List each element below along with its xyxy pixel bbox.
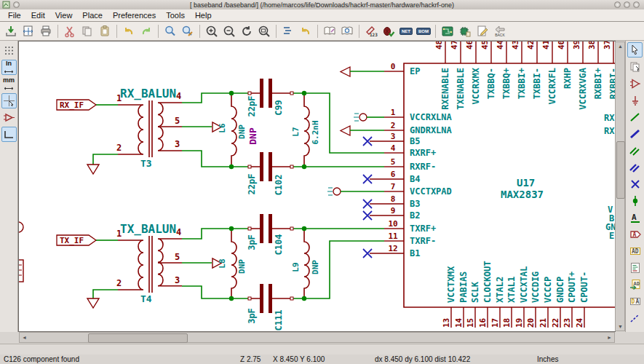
bus-to-bus-entry-button[interactable] [627,159,643,175]
zoom-fit-button[interactable] [256,23,272,39]
redo-button[interactable] [138,23,154,39]
horizontal-scrollbar-thumb[interactable] [88,333,188,343]
no-connect-flag-button[interactable] [627,176,643,191]
cut-icon[interactable] [62,23,78,39]
place-wire-button[interactable] [627,109,643,124]
place-bus-button[interactable] [627,126,643,141]
run-pcbnew-button[interactable] [440,23,456,39]
menu-file[interactable]: File [3,10,26,20]
run-cvpcb-button[interactable] [457,23,473,39]
transformer-t4[interactable] [118,236,182,293]
inductor-l6[interactable]: L6 DNP [218,93,247,167]
menu-help[interactable]: Help [190,10,217,20]
c102-reference: C102 [274,175,284,196]
page-settings-button[interactable] [20,23,36,39]
pin-number: 6 [391,170,396,179]
print-button[interactable] [38,23,54,39]
erc-button[interactable] [381,23,397,39]
pin-end [290,227,293,230]
pin-end [248,227,251,230]
library-browser-button[interactable] [339,23,355,39]
edit-drawing-sheet-button[interactable] [474,23,490,39]
close-button[interactable] [633,1,640,8]
pin-number: 11 [388,232,398,241]
back-button[interactable]: BACK [492,23,508,39]
pin-name: VCCRXLNA [410,112,453,122]
capacitor-c104[interactable]: 3pF C104 [247,214,293,255]
highlight-net-button[interactable] [627,59,643,74]
schematic-canvas[interactable]: RX_BALUN RX_IF 1 [19,41,615,331]
title-bar: [ baseband /baseband/] (/home/marcos/lif… [0,0,644,10]
pin-number: 37 [603,41,612,50]
redraw-button[interactable] [239,23,255,39]
scroll-up-icon[interactable]: ▲ [618,44,623,49]
units-mm-button[interactable]: mm [1,76,17,92]
pin-name: SCLK [470,281,480,303]
menu-tools[interactable]: Tools [161,10,190,20]
annotate-button[interactable]: 123 [363,23,379,39]
units-inches-button[interactable]: In [1,60,17,75]
capacitor-c111[interactable]: 3pF C111 [247,284,293,331]
save-button[interactable] [3,23,19,39]
maximize-button[interactable] [624,1,630,8]
vertical-scrollbar[interactable]: ▲ ▼ [615,41,625,331]
hierarchy-navigator-button[interactable] [280,23,296,39]
tx-balun-section[interactable]: TX_BALUN TX_IF 1 2 4 [57,214,384,331]
place-sheet-pin-button[interactable]: DA [627,293,643,309]
place-component-button[interactable] [627,76,643,91]
zoom-in-button[interactable] [204,23,220,39]
zoom-out-button[interactable] [221,23,237,39]
place-hierarchical-label-button[interactable]: AD [627,243,643,258]
capacitor-c99[interactable]: 22pF DNP C99 [247,79,293,145]
vertical-scrollbar-thumb[interactable] [616,141,625,199]
wire-to-bus-entry-button[interactable] [627,143,643,158]
menu-place[interactable]: Place [77,10,108,20]
pin-number: 46 [465,41,474,50]
l8-value: DNP [237,259,247,274]
place-global-label-button[interactable]: A [627,226,643,242]
leave-sheet-button[interactable] [298,23,314,39]
c111-reference: C111 [274,310,284,331]
place-graphic-line-button[interactable] [627,310,643,325]
menu-preferences[interactable]: Preferences [108,10,161,20]
rx-if-port[interactable]: RX_IF [57,100,96,110]
status-message: C126 component found [4,355,79,363]
pin-number: 5 [391,157,396,167]
inductor-l8[interactable]: L8 DNP [218,229,247,298]
scroll-left-icon[interactable]: ◄ [22,335,27,340]
grid-toggle-button[interactable] [1,43,17,58]
find-button[interactable] [162,23,178,39]
capacitor-c102[interactable]: 22pF C102 [247,152,293,195]
pin-name: VCCRXVGA [578,67,588,110]
cursor-shape-toggle-button[interactable] [1,93,17,108]
place-junction-button[interactable] [627,193,643,208]
inductor-l7[interactable]: L7 6.2nH [291,93,320,167]
inductor-l9[interactable]: L9 DNP [291,229,320,298]
cursor-tool-button[interactable] [627,42,643,58]
import-sheet-pin-button[interactable]: AD [627,277,643,292]
place-net-label-button[interactable]: A [627,210,643,225]
place-power-port-button[interactable] [627,92,643,108]
menu-edit[interactable]: Edit [26,10,50,20]
copy-button[interactable] [79,23,95,39]
library-editor-button[interactable] [322,23,338,39]
hv-orientation-toggle-button[interactable] [1,127,17,142]
pin-number: 39 [572,41,581,50]
horizontal-scrollbar[interactable]: ◄ ► [19,332,615,343]
undo-button[interactable] [121,23,137,39]
paste-button[interactable] [97,23,113,39]
pin-number: 18 [502,318,512,328]
netlist-button[interactable]: NET [398,23,414,39]
transformer-t3[interactable] [118,100,182,157]
tx-if-port[interactable]: TX_IF [57,235,96,245]
ic-u17-max2837[interactable]: U17 MAX2837 0 EP 1 VCCRXLNA [327,41,615,328]
menu-view[interactable]: View [50,10,78,20]
scroll-down-icon[interactable]: ▼ [618,324,623,329]
bom-button[interactable]: BOM [416,23,432,39]
minimize-button[interactable] [614,1,621,8]
find-replace-button[interactable] [180,23,196,39]
place-hierarchical-sheet-button[interactable] [627,260,643,275]
rx-balun-section[interactable]: RX_BALUN RX_IF 1 [57,79,384,195]
hidden-pins-toggle-button[interactable] [1,110,17,125]
scroll-right-icon[interactable]: ► [607,335,612,340]
